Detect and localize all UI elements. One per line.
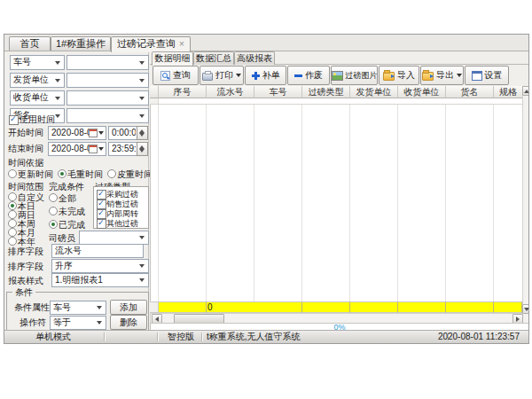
import-button[interactable]: 导入 [379,66,419,85]
field-selector-shipper[interactable]: 发货单位 [10,73,65,88]
radio-tare-time[interactable] [107,169,116,178]
radio-this-year[interactable] [8,237,17,246]
radio-finished[interactable] [49,220,58,229]
tab-data-detail[interactable]: 数据明细 [152,51,193,66]
radio-update-time[interactable] [8,169,17,178]
column-header-shipper[interactable]: 发货单位 [350,86,398,98]
field-selector-receiver[interactable]: 收货单位 [10,90,65,106]
document-tab-strip: 首页 1#称重操作 过磅记录查询× [4,35,528,51]
sort-field-input[interactable]: 流水号 [51,244,144,258]
report-style-combo[interactable]: 1.明细报表1 [51,273,149,287]
tab-advanced-report[interactable]: 高级报表 [234,51,275,65]
weigher-combo[interactable] [79,231,149,245]
radio-gross-time[interactable] [58,169,66,178]
void-button[interactable]: 作废 [287,66,330,85]
grid-column-line [349,105,350,301]
print-button-label: 打印 [215,69,233,82]
column-header-receiver[interactable]: 收货单位 [398,86,446,98]
weigh-photo-button[interactable]: 过磅图片 [331,66,378,85]
start-time-spinner[interactable] [137,126,148,140]
tab-data-detail-label: 数据明细 [155,53,191,63]
print-icon [202,73,213,81]
add-condition-button[interactable]: 添加 [110,300,147,315]
start-time-label: 开始时间 [8,128,43,137]
query-button-label: 查询 [173,69,191,82]
goods-value-combo[interactable] [66,108,149,123]
field-selector-receiver-label: 收货单位 [13,92,54,105]
chevron-down-icon[interactable] [98,147,104,151]
supplement-button[interactable]: 补单 [245,66,286,85]
minus-icon [294,72,302,80]
tab-weighing-operation[interactable]: 1#称重操作 [51,36,111,51]
query-button[interactable]: 查询 [153,66,199,85]
close-icon[interactable]: × [179,39,184,49]
use-time-checkbox[interactable] [9,115,19,125]
field-selector-shipper-label: 发货单位 [13,74,54,87]
tab-home[interactable]: 首页 [9,36,51,51]
field-selector-vehicle-label: 车号 [13,57,54,69]
condition-attr-value: 车号 [53,302,96,314]
start-time-value: 0:00:00 [112,128,136,139]
delete-condition-button[interactable]: 删除 [110,315,147,330]
receiver-value-combo[interactable] [66,90,149,106]
sort-order-combo[interactable]: 升序 [51,259,149,273]
tab-weigh-record-query[interactable]: 过磅记录查询× [111,36,191,52]
vertical-scrollbar[interactable] [522,86,529,314]
column-header-seq[interactable]: 序号 [159,86,207,98]
radio-gross-time-label: 毛重时间 [67,169,103,179]
export-button[interactable]: 导出 [420,66,464,85]
completion-title: 完成条件 [49,182,84,192]
end-date-field[interactable]: 2020-08-01 [48,142,106,156]
summary-row-indicator [150,301,159,313]
operator-combo[interactable]: 等于 [50,316,106,330]
tab-weigh-record-query-label: 过磅记录查询 [117,38,176,49]
calendar-icon[interactable] [89,145,98,153]
scroll-up-button[interactable] [522,86,529,96]
import-button-label: 导入 [397,69,415,82]
field-selector-vehicle[interactable]: 车号 [10,55,65,70]
radio-this-month[interactable] [8,228,17,237]
radio-finished-label: 已完成 [59,220,85,230]
shipper-value [70,74,138,87]
data-grid [150,86,529,331]
radio-unfinished[interactable] [49,207,58,215]
column-header-vehicle[interactable]: 车号 [254,86,302,98]
start-date-field[interactable]: 2020-08-01 [48,126,106,140]
condition-group-title: 条件 [12,287,35,297]
chevron-down-icon[interactable] [98,131,104,135]
weigher-value [82,232,138,244]
radio-all[interactable] [49,193,58,202]
vehicle-value-combo[interactable] [66,55,149,70]
scroll-down-button[interactable] [522,304,529,314]
calendar-icon[interactable] [89,129,98,137]
start-time-field[interactable]: 0:00:00 [108,126,137,140]
condition-attr-label: 条件属性 [14,302,50,312]
print-button[interactable]: 打印 [200,66,244,85]
time-basis-title: 时间依据 [8,158,43,168]
edition-status: 智控版 [163,332,199,342]
grid-column-line [158,105,159,301]
end-time-field[interactable]: 23:59:59 [108,142,137,156]
condition-attr-combo[interactable]: 车号 [50,301,106,315]
sort-order-label: 排序字段 [8,262,43,271]
summary-cell-spec [494,301,522,313]
settings-button[interactable]: 设置 [465,66,509,85]
use-time-label: 使用时间 [20,114,55,124]
checkbox-other-weigh[interactable] [97,219,106,229]
radio-this-week[interactable] [8,219,17,228]
column-header-spec[interactable]: 规格 [494,86,522,98]
export-icon [422,72,434,81]
radio-today[interactable] [8,201,17,210]
radio-two-days[interactable] [8,210,17,219]
radio-custom-range[interactable] [8,192,17,201]
shipper-value-combo[interactable] [66,73,149,88]
tab-data-summary[interactable]: 数据汇总 [193,51,234,65]
column-header-goods[interactable]: 货名 [446,86,494,98]
tab-weighing-operation-label: 1#称重操作 [56,38,106,49]
column-header-serial[interactable]: 流水号 [207,86,254,98]
column-header-weigh-type[interactable]: 过磅类型 [302,86,350,98]
weigh-photo-button-label: 过磅图片 [346,70,378,82]
radio-all-label: 全部 [59,193,76,203]
end-time-spinner[interactable] [137,142,148,156]
sort-order-value: 升序 [55,261,138,272]
